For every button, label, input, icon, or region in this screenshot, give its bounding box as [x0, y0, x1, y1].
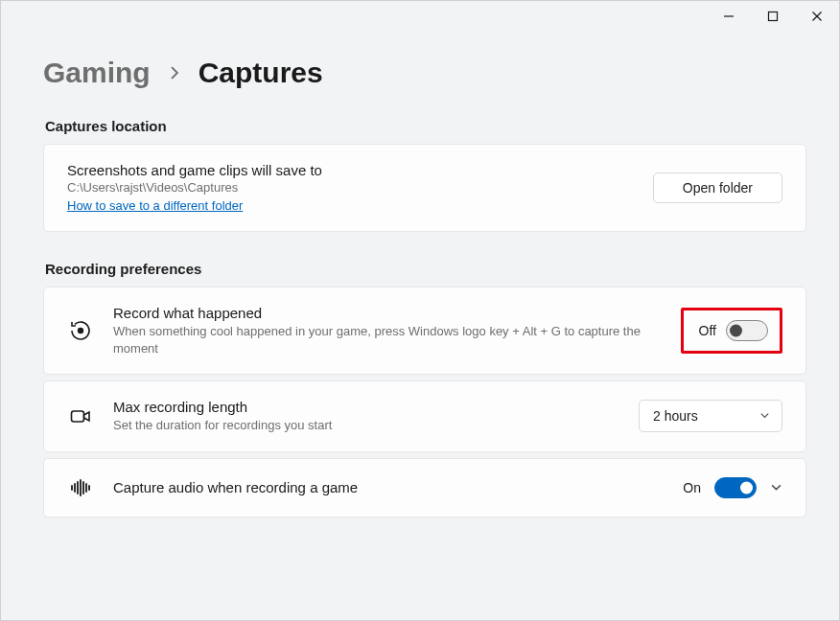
help-link-different-folder[interactable]: How to save to a different folder	[67, 198, 243, 213]
svg-point-4	[78, 328, 83, 334]
audio-waveform-icon	[67, 476, 94, 499]
video-camera-icon	[67, 404, 94, 427]
select-value: 2 hours	[653, 408, 698, 424]
chevron-right-icon	[168, 66, 181, 80]
section-title-location: Captures location	[45, 118, 806, 134]
chevron-down-icon[interactable]	[770, 481, 782, 494]
svg-rect-5	[72, 411, 84, 422]
open-folder-button[interactable]: Open folder	[653, 172, 782, 203]
history-icon	[67, 319, 94, 342]
window-controls	[707, 1, 839, 32]
setting-title: Capture audio when recording a game	[113, 479, 664, 495]
card-capture-audio[interactable]: Capture audio when recording a game On	[43, 458, 806, 518]
maximize-button[interactable]	[751, 1, 795, 32]
chevron-down-icon	[759, 408, 770, 424]
setting-description: When something cool happened in your gam…	[113, 323, 662, 356]
setting-description: Set the duration for recordings you star…	[113, 417, 619, 434]
card-record-what-happened: Record what happened When something cool…	[43, 287, 806, 375]
page-title: Captures	[198, 57, 323, 89]
section-title-recording: Recording preferences	[45, 261, 806, 277]
toggle-record-what-happened[interactable]	[726, 320, 768, 341]
location-path: C:\Users\rajst\Videos\Captures	[67, 180, 634, 195]
toggle-state-label: Off	[699, 323, 716, 338]
minimize-button[interactable]	[707, 1, 751, 32]
highlight-box: Off	[681, 308, 782, 354]
setting-title: Max recording length	[113, 399, 619, 415]
breadcrumb: Gaming Captures	[43, 57, 806, 89]
toggle-capture-audio[interactable]	[714, 477, 757, 498]
toggle-state-label: On	[683, 480, 701, 495]
card-max-recording-length: Max recording length Set the duration fo…	[43, 380, 806, 452]
card-captures-location: Screenshots and game clips will save to …	[43, 144, 806, 232]
setting-title: Record what happened	[113, 305, 662, 321]
breadcrumb-parent[interactable]: Gaming	[43, 57, 151, 89]
close-button[interactable]	[795, 1, 839, 32]
location-description: Screenshots and game clips will save to	[67, 162, 634, 178]
svg-rect-1	[769, 12, 778, 21]
select-max-recording-length[interactable]: 2 hours	[639, 400, 782, 432]
